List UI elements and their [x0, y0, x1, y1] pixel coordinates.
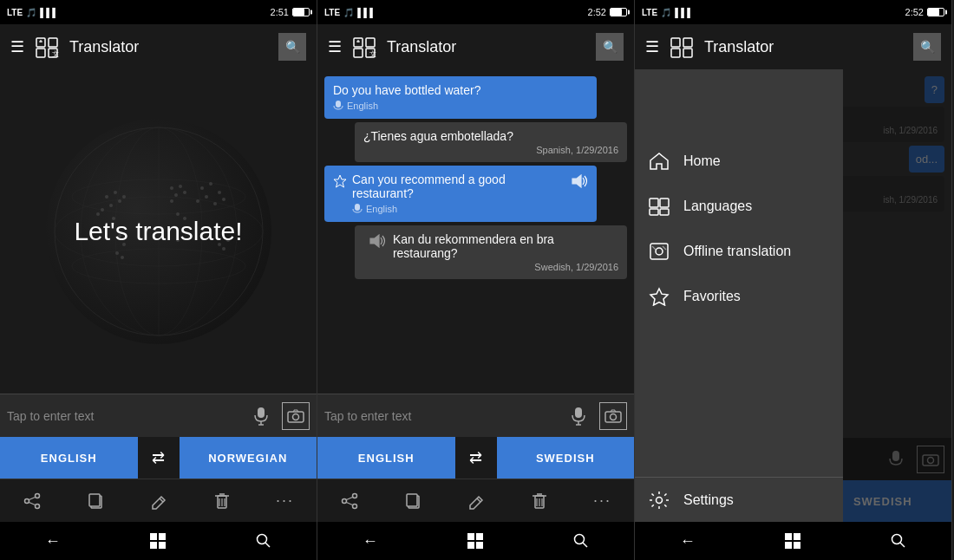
text-input-bar-2: Tap to enter text: [317, 394, 634, 437]
drawer-item-favorites[interactable]: Favorites: [635, 274, 843, 319]
menu-button-1[interactable]: ☰: [10, 37, 24, 56]
share-icon-1: [23, 492, 41, 510]
favorites-icon: [649, 287, 670, 306]
more-icon-2: ···: [593, 492, 611, 510]
svg-rect-110: [650, 199, 658, 207]
svg-rect-75: [355, 204, 360, 211]
app-logo-1: 文: [35, 35, 59, 59]
menu-button-2[interactable]: ☰: [328, 37, 342, 56]
drawer-item-home[interactable]: Home: [635, 139, 843, 184]
status-left-3: LTE 🎵 ▌▌▌: [642, 8, 693, 17]
text-input-placeholder-2[interactable]: Tap to enter text: [324, 409, 558, 423]
camera-button-2[interactable]: [599, 402, 627, 430]
time-2: 2:52: [588, 7, 606, 17]
bubble-text-3: Can you recommend a good restaurant?: [352, 173, 565, 200]
svg-rect-63: [150, 533, 157, 540]
svg-rect-111: [660, 199, 669, 207]
language-bar-2: ENGLISH ⇄ SWEDISH: [317, 437, 634, 479]
drawer-item-offline[interactable]: Offline translation: [635, 229, 843, 274]
svg-line-86: [346, 497, 352, 499]
bubble-text-2: ¿Tienes agua embotellada?: [363, 129, 618, 143]
app-header-3: ☰ Translator 🔍: [635, 24, 951, 69]
source-lang-button-1[interactable]: ENGLISH: [0, 437, 138, 479]
text-input-placeholder-1[interactable]: Tap to enter text: [7, 409, 240, 423]
svg-line-122: [900, 543, 905, 547]
svg-line-53: [29, 502, 35, 505]
svg-rect-97: [467, 533, 474, 540]
windows-icon-2: [466, 531, 485, 550]
share-button-1[interactable]: [16, 485, 48, 517]
status-bar-2: LTE 🎵 ▌▌▌ 2:52: [317, 0, 634, 24]
svg-point-48: [293, 413, 299, 420]
hero-text: Let's translate!: [56, 217, 259, 246]
mic-button-2[interactable]: [565, 402, 592, 430]
svg-rect-74: [336, 101, 341, 107]
share-icon-2: [341, 492, 358, 510]
conversation-bubble-3[interactable]: Can you recommend a good restaurant? Eng…: [324, 166, 597, 222]
back-button-1[interactable]: ←: [37, 525, 69, 557]
swap-button-1[interactable]: ⇄: [138, 437, 180, 479]
navigation-drawer: Home Languages: [635, 69, 843, 522]
svg-point-50: [35, 493, 39, 498]
svg-rect-1: [49, 38, 57, 47]
camera-icon-2: [604, 409, 622, 423]
status-left-1: LTE 🎵 ▌▌▌: [7, 8, 58, 17]
home-button-3[interactable]: [777, 525, 808, 557]
back-icon-2: ←: [363, 532, 378, 550]
drawer-item-languages[interactable]: Languages: [635, 184, 843, 229]
signal-icon-2: ▌▌▌: [357, 8, 376, 17]
svg-point-116: [657, 497, 663, 503]
conversation-bubble-1[interactable]: Do you have bottled water? English: [324, 76, 597, 119]
back-button-2[interactable]: ←: [355, 525, 386, 557]
source-lang-button-2[interactable]: ENGLISH: [317, 437, 455, 479]
search-button-2[interactable]: 🔍: [596, 33, 624, 61]
camera-button-1[interactable]: [282, 402, 310, 430]
copy-button-2[interactable]: [397, 485, 428, 517]
app-logo-3: [670, 35, 694, 59]
home-button-2[interactable]: [460, 525, 491, 557]
conversation-bubble-4[interactable]: Kan du rekommendera en bra restaurang? S…: [355, 225, 627, 279]
favorites-label: Favorites: [683, 289, 741, 304]
drawer-item-settings[interactable]: Settings: [635, 477, 843, 522]
search-button-1[interactable]: 🔍: [278, 33, 306, 61]
svg-point-101: [575, 535, 585, 544]
back-button-3[interactable]: ←: [672, 525, 703, 557]
svg-text:文: 文: [52, 50, 59, 58]
search-nav-button-2[interactable]: [565, 525, 597, 557]
swap-button-2[interactable]: ⇄: [455, 437, 497, 479]
speaker-button-4[interactable]: [369, 234, 386, 251]
search-button-3[interactable]: 🔍: [913, 33, 941, 61]
search-nav-button-3[interactable]: [883, 525, 914, 557]
edit-button-1[interactable]: [143, 485, 174, 517]
svg-point-39: [115, 251, 119, 255]
svg-point-22: [174, 193, 178, 197]
svg-point-30: [213, 202, 217, 205]
edit-button-2[interactable]: [461, 485, 492, 517]
delete-icon-1: [214, 492, 230, 510]
delete-button-2[interactable]: [524, 485, 555, 517]
bluetooth-icon-1: 🎵: [26, 8, 36, 17]
languages-label: Languages: [683, 199, 752, 214]
more-button-1[interactable]: ···: [270, 485, 301, 517]
target-lang-button-2[interactable]: SWEDISH: [497, 437, 635, 479]
search-nav-button-1[interactable]: [248, 525, 279, 557]
share-button-2[interactable]: [334, 485, 365, 517]
more-button-2[interactable]: ···: [587, 485, 618, 517]
svg-point-27: [218, 191, 221, 194]
speaker-button-3[interactable]: [571, 174, 588, 192]
conversation-bubble-2[interactable]: ¿Tienes agua embotellada? Spanish, 1/29/…: [355, 122, 627, 162]
svg-rect-100: [476, 542, 483, 549]
windows-icon-3: [783, 531, 802, 550]
signal-icon-1: ▌▌▌: [40, 8, 58, 17]
home-button-1[interactable]: [142, 525, 173, 557]
svg-point-21: [179, 185, 182, 188]
svg-line-68: [265, 543, 270, 547]
copy-button-1[interactable]: [80, 485, 111, 517]
svg-line-52: [29, 497, 35, 499]
delete-button-1[interactable]: [206, 485, 238, 517]
search-nav-icon-1: [256, 533, 271, 549]
mic-button-1[interactable]: [247, 402, 275, 430]
target-lang-button-1[interactable]: NORWEGIAN: [180, 437, 317, 479]
menu-button-3[interactable]: ☰: [645, 37, 659, 56]
svg-line-90: [477, 498, 480, 502]
